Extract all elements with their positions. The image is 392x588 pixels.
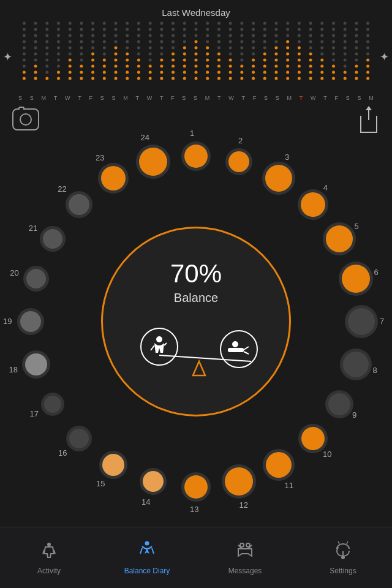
orbit-dot-outer-4[interactable] xyxy=(298,189,328,220)
orbit-dot-outer-10[interactable] xyxy=(298,424,328,453)
day-label-19: T xyxy=(242,95,246,101)
orbit-dot-inner-20 xyxy=(26,269,46,288)
tab-messages[interactable]: Messages xyxy=(196,527,294,588)
orbit-dot-inner-17 xyxy=(44,396,61,413)
day-label-8: S xyxy=(111,95,115,101)
circle-container: 70% Balance xyxy=(0,138,392,505)
orbit-dot-outer-1[interactable] xyxy=(181,141,211,171)
day-label-9: M xyxy=(123,95,128,101)
header-title: Last Wednesday xyxy=(162,7,230,18)
share-button[interactable] xyxy=(358,106,380,133)
day-label-7: S xyxy=(100,95,104,101)
orbit-dot-outer-5[interactable] xyxy=(323,222,356,255)
orbit-number-4: 4 xyxy=(323,183,328,192)
day-label-22: S xyxy=(276,95,279,101)
orbit-dot-outer-8[interactable] xyxy=(340,349,372,380)
orbit-dot-inner-10 xyxy=(301,427,325,450)
balance-diary-icon xyxy=(137,540,157,564)
svg-rect-8 xyxy=(228,348,244,352)
day-labels: SSMTWTFSSMTWTFSSMTWTFSSMTWTFSSM xyxy=(0,94,392,101)
orbit-dot-outer-17[interactable] xyxy=(41,393,64,416)
orbit-dot-outer-23[interactable] xyxy=(98,163,129,194)
orbit-dot-inner-21 xyxy=(43,229,62,249)
svg-line-23 xyxy=(338,541,339,544)
orbit-number-2: 2 xyxy=(238,136,243,145)
orbit-dot-outer-3[interactable] xyxy=(262,162,295,195)
orbit-dot-outer-24[interactable] xyxy=(136,145,170,179)
orbit-dot-inner-5 xyxy=(326,225,353,252)
orbit-dot-outer-22[interactable] xyxy=(66,191,92,218)
orbit-dot-inner-15 xyxy=(102,454,124,476)
day-label-21: S xyxy=(264,95,268,101)
day-label-3: T xyxy=(54,95,58,101)
orbit-number-12: 12 xyxy=(239,500,247,510)
orbit-dot-outer-19[interactable] xyxy=(17,308,44,335)
orbit-dot-inner-19 xyxy=(20,311,41,332)
activity-chart: ✦ ✦ xyxy=(0,20,392,94)
orbit-dot-outer-11[interactable] xyxy=(263,449,295,481)
orbit-dot-outer-21[interactable] xyxy=(40,226,66,252)
day-label-0: S xyxy=(18,95,22,101)
orbit-dot-inner-11 xyxy=(266,452,292,478)
day-label-16: M xyxy=(205,95,210,101)
scatter-left-icon: ✦ xyxy=(3,50,12,64)
balance-illustration xyxy=(116,317,276,385)
orbit-dot-inner-2 xyxy=(228,151,249,172)
orbit-dot-outer-6[interactable] xyxy=(339,262,373,296)
svg-line-16 xyxy=(152,548,154,554)
orbit-dot-outer-16[interactable] xyxy=(66,426,92,451)
svg-point-18 xyxy=(246,543,250,547)
orbit-dot-inner-6 xyxy=(342,265,370,293)
dots-canvas xyxy=(18,20,374,81)
page-header: Last Wednesday xyxy=(0,0,392,20)
day-label-27: F xyxy=(334,95,338,101)
orbit-number-15: 15 xyxy=(96,479,105,488)
svg-point-22 xyxy=(341,556,345,559)
activity-icon xyxy=(39,540,59,564)
orbit-dot-outer-7[interactable] xyxy=(345,305,378,338)
orbit-number-7: 7 xyxy=(380,317,384,326)
tab-activity[interactable]: Activity xyxy=(0,527,98,588)
day-label-30: M xyxy=(369,95,374,101)
day-label-13: F xyxy=(171,95,175,101)
camera-button[interactable] xyxy=(12,108,39,130)
orbit-dot-inner-13 xyxy=(184,475,208,499)
orbit-number-5: 5 xyxy=(354,222,358,231)
orbit-number-9: 9 xyxy=(352,410,356,420)
svg-marker-1 xyxy=(193,361,205,375)
balance-label: Balance xyxy=(174,291,218,305)
day-label-14: S xyxy=(182,95,186,101)
orbit-dot-outer-18[interactable] xyxy=(22,350,50,379)
percent-display: 70% xyxy=(170,259,222,288)
orbit-number-17: 17 xyxy=(29,409,38,418)
orbit-dot-inner-22 xyxy=(69,194,89,215)
svg-line-4 xyxy=(151,345,154,350)
orbit-dot-outer-14[interactable] xyxy=(140,468,167,495)
orbit-dot-outer-12[interactable] xyxy=(222,464,256,499)
orbit-dot-outer-20[interactable] xyxy=(23,266,49,292)
orbit-dot-outer-2[interactable] xyxy=(225,148,252,175)
svg-line-15 xyxy=(140,548,142,554)
messages-icon xyxy=(235,540,255,564)
day-label-26: T xyxy=(323,95,327,101)
toolbar xyxy=(0,101,392,138)
orbit-number-14: 14 xyxy=(141,497,150,507)
orbit-dot-outer-15[interactable] xyxy=(99,451,127,479)
orbit-dot-outer-9[interactable] xyxy=(325,390,353,418)
day-label-28: S xyxy=(346,95,350,101)
tab-activity-label: Activity xyxy=(37,567,61,575)
tab-balance-diary[interactable]: Balance Diary xyxy=(98,527,196,588)
orbit-number-20: 20 xyxy=(10,268,18,277)
orbit-number-8: 8 xyxy=(372,366,377,375)
tab-messages-label: Messages xyxy=(228,567,262,575)
orbit-number-3: 3 xyxy=(285,153,289,162)
orbit-dot-inner-23 xyxy=(101,166,126,190)
svg-line-5 xyxy=(164,343,167,345)
day-label-25: W xyxy=(311,95,316,101)
orbit-dot-inner-7 xyxy=(348,308,375,335)
orbit-number-21: 21 xyxy=(29,224,37,233)
day-label-17: T xyxy=(217,95,221,101)
orbit-dot-outer-13[interactable] xyxy=(181,472,211,502)
scatter-right-icon: ✦ xyxy=(380,50,389,64)
tab-settings[interactable]: Settings xyxy=(294,527,392,588)
